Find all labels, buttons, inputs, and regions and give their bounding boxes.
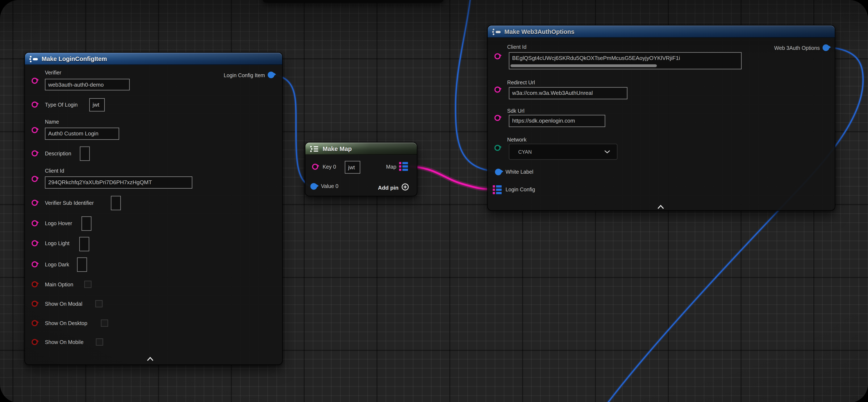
show-on-mobile-checkbox[interactable] (96, 339, 103, 346)
client-id-scrollbar[interactable] (510, 64, 657, 67)
add-pin-plus-icon (401, 183, 409, 192)
login-config-label: Login Config (505, 186, 535, 193)
node-title: Make Web3AuthOptions (504, 28, 574, 35)
logo-light-label: Logo Light (45, 240, 69, 247)
key0-pin[interactable] (312, 164, 318, 170)
verifier-sub-identifier-label: Verifier Sub Identifier (45, 200, 94, 206)
verifier-input[interactable]: web3auth-auth0-demo (45, 79, 130, 90)
logo-hover-label: Logo Hover (45, 220, 72, 226)
web3auth-options-output-pin[interactable] (823, 45, 829, 51)
redirect-url-label: Redirect Url (507, 79, 535, 85)
output-pin-label: Login Config Item (224, 72, 265, 78)
show-on-modal-pin[interactable] (32, 301, 38, 307)
type-of-login-label: Type Of Login (45, 102, 78, 108)
network-label: Network (507, 137, 526, 143)
main-option-checkbox[interactable] (84, 281, 91, 288)
add-pin-label: Add pin (378, 184, 399, 191)
value0-label: Value 0 (321, 183, 338, 189)
name-label: Name (45, 119, 59, 125)
map-output-pin[interactable] (399, 162, 409, 171)
verifier-sub-identifier-input[interactable] (111, 196, 121, 210)
logo-dark-input[interactable] (77, 257, 87, 272)
network-selected-value: CYAN (518, 149, 604, 154)
show-on-desktop-checkbox[interactable] (101, 320, 108, 327)
show-on-modal-checkbox[interactable] (95, 300, 102, 307)
logo-hover-input[interactable] (82, 217, 91, 231)
key0-input[interactable]: jwt (345, 161, 360, 174)
node-make-web3authoptions[interactable]: Make Web3AuthOptions Web 3Auth Options C… (487, 25, 835, 211)
key0-label: Key 0 (323, 164, 336, 170)
logo-hover-pin[interactable] (32, 220, 38, 226)
blueprint-editor: Make LoginConfigItem Login Config Item V… (0, 0, 868, 402)
offscreen-node-edge[interactable] (263, 0, 443, 3)
node-header[interactable]: Make Web3AuthOptions (488, 25, 835, 38)
client-id-pin[interactable] (495, 53, 501, 59)
main-option-label: Main Option (45, 281, 73, 287)
network-dropdown[interactable]: CYAN (509, 144, 617, 160)
white-label-pin[interactable] (495, 169, 502, 175)
client-id-label: Client Id (45, 168, 64, 174)
name-pin[interactable] (32, 127, 38, 133)
show-on-desktop-pin[interactable] (32, 320, 38, 326)
type-of-login-pin[interactable] (32, 102, 38, 108)
type-of-login-input[interactable]: jwt (89, 98, 105, 111)
client-id-input[interactable]: BEglQSgt4cUWcj6SKRdu5QkOXTsePmMcusG5EAoy… (509, 52, 742, 69)
node-header[interactable]: Make Map (305, 143, 417, 155)
node-make-loginconfigitem[interactable]: Make LoginConfigItem Login Config Item V… (24, 52, 283, 365)
node-header[interactable]: Make LoginConfigItem (25, 53, 282, 65)
login-config-item-output-pin[interactable] (268, 71, 274, 78)
description-label: Description (45, 150, 71, 156)
sdk-url-label: Sdk Url (507, 108, 524, 114)
make-map-icon (310, 145, 319, 152)
verifier-pin[interactable] (32, 78, 38, 84)
value0-pin[interactable] (310, 183, 317, 190)
white-label-label: White Label (505, 169, 533, 175)
client-id-label: Client Id (507, 44, 526, 50)
chevron-down-icon (604, 150, 610, 153)
login-config-pin[interactable] (493, 185, 502, 195)
show-on-modal-label: Show On Modal (45, 301, 82, 307)
client-id-pin[interactable] (32, 176, 38, 182)
verifier-sub-identifier-pin[interactable] (32, 200, 38, 206)
logo-light-input[interactable] (79, 237, 89, 252)
name-input[interactable]: Auth0 Custom Login (45, 127, 119, 140)
logo-dark-label: Logo Dark (45, 261, 69, 267)
collapse-chevron-icon[interactable] (657, 201, 665, 211)
sdk-url-input[interactable]: https://sdk.openlogin.com (509, 115, 605, 127)
show-on-mobile-label: Show On Mobile (45, 339, 84, 345)
redirect-url-pin[interactable] (495, 87, 501, 93)
output-pin-label: Web 3Auth Options (774, 45, 820, 51)
make-struct-icon (29, 55, 38, 62)
add-pin-button[interactable]: Add pin (378, 183, 409, 192)
main-option-pin[interactable] (32, 281, 38, 287)
logo-light-pin[interactable] (32, 240, 38, 247)
description-pin[interactable] (32, 150, 38, 156)
description-input[interactable] (80, 147, 90, 161)
logo-dark-pin[interactable] (32, 261, 38, 267)
node-title: Make Map (323, 145, 352, 152)
verifier-label: Verifier (45, 69, 61, 76)
show-on-desktop-label: Show On Desktop (45, 320, 87, 326)
node-make-map[interactable]: Make Map Key 0 jwt Map Value 0 Add pin (305, 142, 417, 196)
collapse-chevron-icon[interactable] (147, 353, 154, 363)
sdk-url-pin[interactable] (495, 115, 501, 121)
client-id-input[interactable]: 294QRkchfq2YaXUbPri7D6PH7xzHgQMT (45, 176, 192, 189)
make-struct-icon (492, 28, 501, 35)
redirect-url-input[interactable]: w3a://com.w3a.Web3AuthUnreal (509, 87, 627, 99)
show-on-mobile-pin[interactable] (32, 339, 38, 345)
map-output-label: Map (386, 164, 396, 170)
network-pin[interactable] (495, 145, 501, 151)
node-title: Make LoginConfigItem (41, 56, 107, 62)
graph-canvas[interactable]: Make LoginConfigItem Login Config Item V… (0, 0, 868, 402)
